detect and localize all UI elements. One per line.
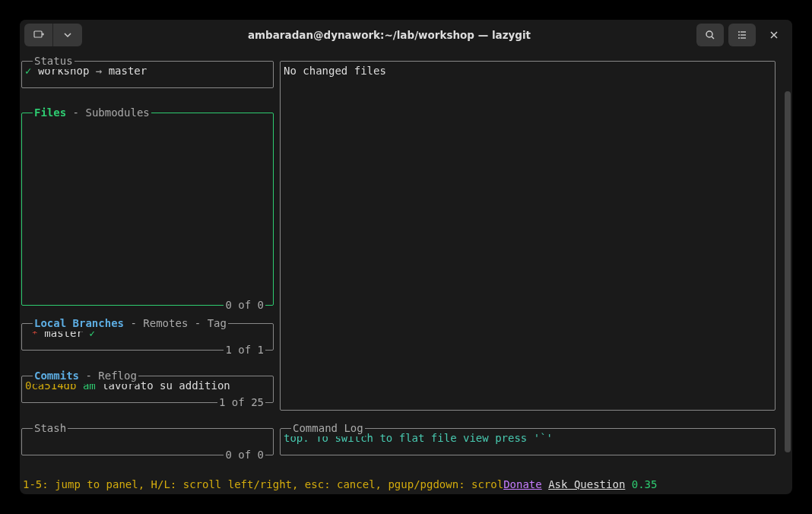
svg-rect-7 <box>741 37 746 38</box>
branches-panel[interactable]: Local Branches - Remotes - Tag * master … <box>21 323 274 351</box>
titlebar-left-buttons <box>24 24 82 46</box>
commits-panel[interactable]: Commits - Reflog 0ca514db am lavorato su… <box>21 376 274 403</box>
chevron-down-icon <box>63 30 72 40</box>
status-panel-title: Status <box>33 53 75 69</box>
svg-rect-5 <box>741 34 746 35</box>
close-icon <box>769 30 779 40</box>
menu-icon <box>737 30 747 40</box>
command-log-title: Command Log <box>291 420 365 436</box>
files-panel-title: Files - Submodules <box>33 105 151 121</box>
arrow-icon: → <box>96 65 102 77</box>
window-title: ambaradan@dynawork:~/lab/workshop — lazy… <box>248 27 531 43</box>
new-tab-icon <box>33 29 45 41</box>
donate-link[interactable]: Donate <box>503 478 542 490</box>
version-label: 0.35 <box>632 478 658 490</box>
branches-footer: 1 of 1 <box>224 342 265 358</box>
commits-footer: 1 of 25 <box>217 395 265 411</box>
status-check-icon: ✓ <box>25 65 31 77</box>
titlebar: ambaradan@dynawork:~/lab/workshop — lazy… <box>20 20 792 50</box>
svg-point-6 <box>738 37 740 39</box>
svg-point-1 <box>706 31 712 37</box>
branch-name: master <box>109 65 147 77</box>
status-panel[interactable]: Status ✓ workshop → master <box>21 61 274 88</box>
terminal-window: ambaradan@dynawork:~/lab/workshop — lazy… <box>20 20 792 494</box>
scrollbar[interactable] <box>785 91 791 452</box>
tab-local-branches[interactable]: Local Branches <box>34 317 124 329</box>
tab-tags[interactable]: Tag <box>208 317 227 329</box>
svg-point-4 <box>738 34 740 36</box>
close-button[interactable] <box>760 24 788 46</box>
files-panel[interactable]: Files - Submodules 0 of 0 <box>21 113 274 306</box>
terminal-body: Status ✓ workshop → master Files - Submo… <box>20 50 792 494</box>
svg-point-2 <box>738 31 740 33</box>
menu-button[interactable] <box>728 24 756 46</box>
tab-files[interactable]: Files <box>34 106 66 119</box>
stash-panel-title: Stash <box>33 420 68 436</box>
search-button[interactable] <box>696 24 724 46</box>
files-footer: 0 of 0 <box>224 297 265 313</box>
svg-rect-3 <box>741 31 746 32</box>
main-panel[interactable]: No changed files <box>280 61 776 411</box>
stash-footer: 0 of 0 <box>224 447 265 463</box>
tab-dropdown-button[interactable] <box>53 24 82 46</box>
search-icon <box>705 30 715 40</box>
tab-remotes[interactable]: Remotes <box>143 317 188 329</box>
tab-commits[interactable]: Commits <box>34 370 79 382</box>
commits-panel-title: Commits - Reflog <box>33 368 138 384</box>
ask-question-link[interactable]: Ask Question <box>548 478 625 490</box>
keybind-hint: 1-5: jump to panel, H/L: scroll left/rig… <box>23 478 503 490</box>
branches-panel-title: Local Branches - Remotes - Tag <box>33 316 228 332</box>
new-tab-button[interactable] <box>24 24 53 46</box>
stash-panel[interactable]: Stash 0 of 0 <box>21 428 274 455</box>
svg-rect-0 <box>34 31 42 37</box>
tab-submodules[interactable]: Submodules <box>85 106 149 119</box>
command-log-panel[interactable]: Command Log top. To switch to flat file … <box>280 428 776 455</box>
titlebar-right-buttons <box>696 24 788 46</box>
status-line: 1-5: jump to panel, H/L: scroll left/rig… <box>23 477 789 493</box>
main-content: No changed files <box>281 62 775 81</box>
tab-reflog[interactable]: Reflog <box>98 370 137 382</box>
